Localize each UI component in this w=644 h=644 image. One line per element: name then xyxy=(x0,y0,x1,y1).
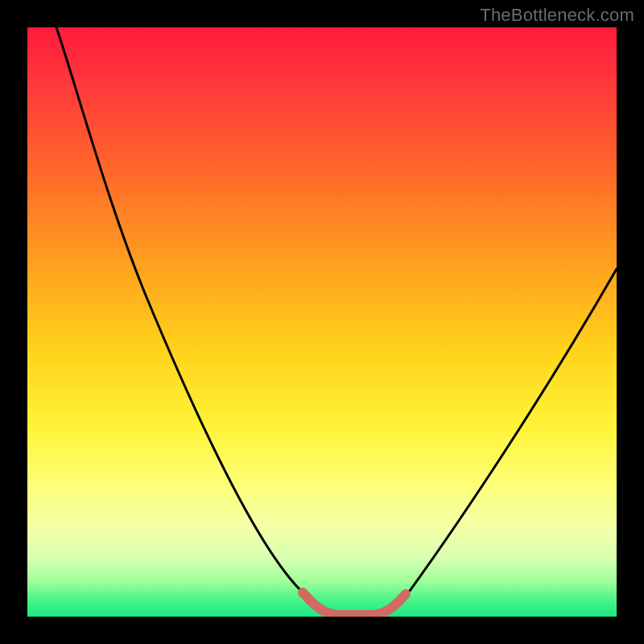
watermark-text: TheBottleneck.com xyxy=(480,5,634,26)
chart-svg xyxy=(27,27,617,617)
valley-highlight-path xyxy=(303,592,406,615)
chart-frame: TheBottleneck.com xyxy=(0,0,644,644)
plot-area xyxy=(27,27,617,617)
bottleneck-curve-path xyxy=(56,27,617,615)
